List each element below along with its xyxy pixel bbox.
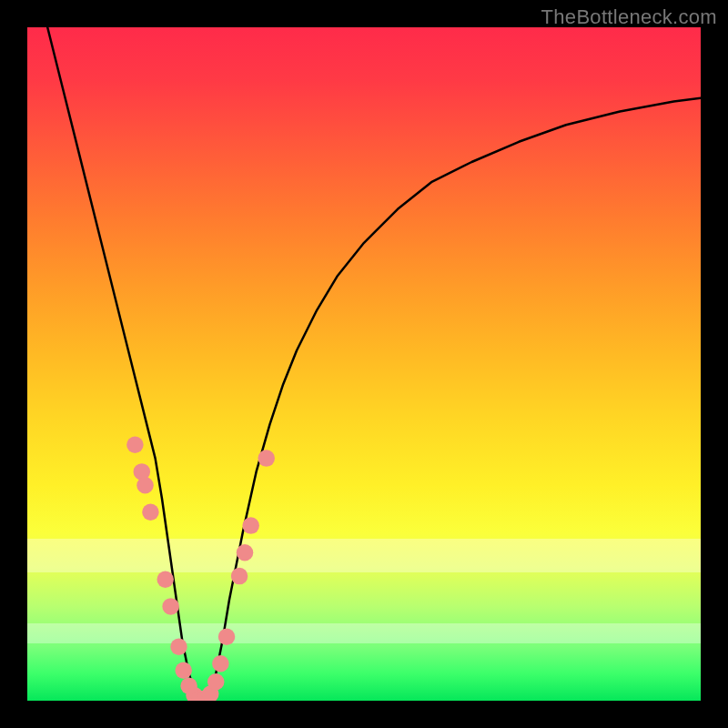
chart-svg [27, 27, 701, 701]
data-marker [170, 639, 187, 656]
data-marker [175, 662, 192, 679]
data-marker [242, 517, 259, 534]
plot-area [27, 27, 701, 701]
data-marker [258, 450, 275, 466]
data-marker [136, 477, 154, 494]
data-marker [207, 673, 225, 691]
watermark-text: TheBottleneck.com [541, 5, 717, 29]
data-marker [218, 628, 235, 645]
marker-group [126, 437, 275, 701]
data-marker [237, 544, 254, 561]
chart-frame: TheBottleneck.com [0, 0, 728, 728]
data-marker [162, 598, 179, 615]
data-marker [231, 568, 248, 585]
curve-line [47, 27, 701, 701]
data-marker [126, 437, 144, 454]
data-marker [142, 504, 159, 521]
data-marker [212, 655, 229, 672]
data-marker [157, 571, 174, 589]
